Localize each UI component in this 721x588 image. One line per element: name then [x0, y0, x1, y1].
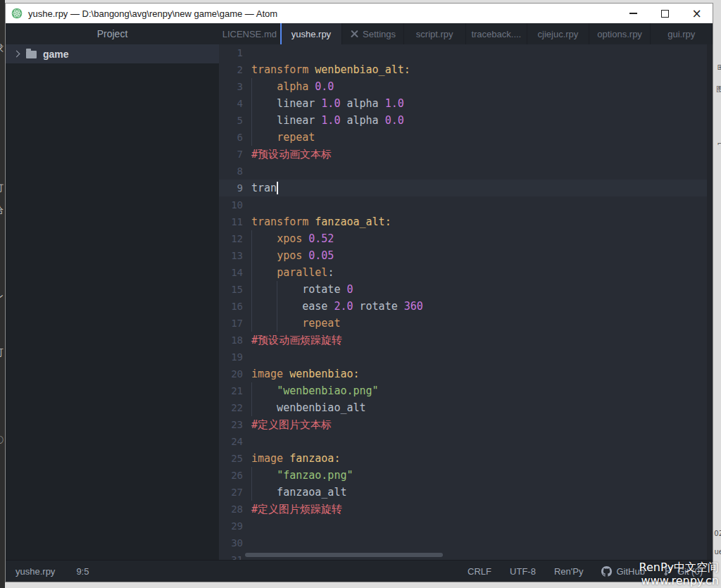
folder-icon — [26, 51, 37, 58]
code-line-10[interactable] — [251, 196, 707, 213]
line-number-24[interactable]: 24 — [219, 433, 251, 450]
background-text-fragment: 02 — [714, 530, 721, 537]
text-cursor — [277, 182, 278, 194]
line-number-19[interactable]: 19 — [219, 349, 251, 365]
line-number-16[interactable]: 16 — [219, 298, 251, 315]
code-line-8[interactable] — [251, 163, 707, 180]
code-token: transform — [251, 63, 308, 76]
tree-item-game[interactable]: game — [6, 44, 219, 63]
indent-guide — [251, 112, 252, 129]
line-number-1[interactable]: 1 — [219, 44, 251, 61]
tab-label: yushe.rpy — [291, 29, 331, 39]
code-line-27[interactable]: fanzaoa_alt — [251, 484, 707, 501]
code-line-5[interactable]: linear 1.0 alpha 0.0 — [251, 112, 707, 129]
line-number-10[interactable]: 10 — [219, 196, 251, 213]
code-line-17[interactable]: repeat — [251, 315, 707, 332]
code-line-22[interactable]: wenbenbiao_alt — [251, 399, 707, 416]
code-token: repeat — [277, 131, 315, 144]
line-number-18[interactable]: 18 — [219, 332, 251, 349]
line-number-7[interactable]: 7 — [219, 146, 251, 163]
code-line-4[interactable]: linear 1.0 alpha 1.0 — [251, 95, 707, 112]
tab-gui-rpy[interactable]: gui.rpy — [651, 23, 713, 44]
code-line-18[interactable]: #预设动画烦躁旋转 — [251, 332, 707, 349]
line-number-13[interactable]: 13 — [219, 247, 251, 264]
code-token: 0.05 — [308, 249, 334, 262]
tab-traceback[interactable]: traceback.... — [466, 23, 528, 44]
code-line-26[interactable]: "fanzao.png" — [251, 467, 707, 484]
maximize-button[interactable] — [649, 4, 681, 23]
code-token — [251, 384, 277, 397]
background-text-fragment: 打 — [0, 182, 4, 194]
code-line-29[interactable] — [251, 518, 707, 534]
horizontal-scrollbar-thumb[interactable] — [245, 553, 443, 557]
code-line-6[interactable]: repeat — [251, 129, 707, 146]
line-number-30[interactable]: 30 — [219, 534, 251, 551]
line-number-20[interactable]: 20 — [219, 365, 251, 382]
status-cursor-position[interactable]: 9:5 — [76, 566, 89, 577]
code-line-12[interactable]: xpos 0.52 — [251, 230, 707, 247]
code-line-3[interactable]: alpha 0.0 — [251, 78, 707, 95]
line-number-28[interactable]: 28 — [219, 501, 251, 518]
line-number-23[interactable]: 23 — [219, 416, 251, 433]
minimize-button[interactable] — [617, 4, 649, 23]
code-line-23[interactable]: #定义图片文本标 — [251, 416, 707, 433]
close-icon: × — [691, 8, 701, 20]
tab-settings[interactable]: Settings — [342, 23, 404, 44]
line-number-21[interactable]: 21 — [219, 382, 251, 399]
line-number-14[interactable]: 14 — [219, 264, 251, 281]
line-number-27[interactable]: 27 — [219, 484, 251, 501]
code-token: 1.0 — [385, 97, 404, 110]
line-number-9[interactable]: 9 — [219, 180, 251, 196]
code-line-25[interactable]: image fanzaoa: — [251, 450, 707, 467]
tab-license-md[interactable]: LICENSE.md — [219, 23, 281, 44]
line-number-8[interactable]: 8 — [219, 163, 251, 180]
status-ren-py[interactable]: Ren'Py — [554, 566, 584, 577]
tab-script-rpy[interactable]: script.rpy — [404, 23, 466, 44]
indent-guide — [251, 281, 252, 298]
line-number-6[interactable]: 6 — [219, 129, 251, 146]
code-line-13[interactable]: ypos 0.05 — [251, 247, 707, 264]
code-line-11[interactable]: transform fanzaoa_alt: — [251, 213, 707, 230]
line-number-11[interactable]: 11 — [219, 213, 251, 230]
code-token: image — [251, 452, 283, 465]
code-line-1[interactable] — [251, 44, 707, 61]
line-number-3[interactable]: 3 — [219, 78, 251, 95]
line-number-17[interactable]: 17 — [219, 315, 251, 332]
status-crlf[interactable]: CRLF — [468, 566, 491, 577]
line-number-26[interactable]: 26 — [219, 467, 251, 484]
line-number-25[interactable]: 25 — [219, 450, 251, 467]
code-line-7[interactable]: #预设动画文本标 — [251, 146, 707, 163]
indent-guide — [251, 264, 252, 281]
background-text-fragment: 图 — [716, 85, 721, 94]
close-button[interactable]: × — [681, 4, 713, 23]
code-line-15[interactable]: rotate 0 — [251, 281, 707, 298]
tab-yushe-rpy[interactable]: yushe.rpy — [281, 23, 343, 44]
line-number-5[interactable]: 5 — [219, 112, 251, 129]
code-token: 360 — [404, 300, 423, 313]
tab-options-rpy[interactable]: options.rpy — [589, 23, 651, 44]
code-token: fanzaoa_alt: — [315, 215, 391, 228]
code-line-19[interactable] — [251, 349, 707, 365]
line-number-4[interactable]: 4 — [219, 95, 251, 112]
code-editor[interactable]: 1234567891011121314151617181920212223242… — [219, 44, 713, 561]
code-line-21[interactable]: "wenbenbiao.png" — [251, 382, 707, 399]
code-line-2[interactable]: transform wenbenbiao_alt: — [251, 61, 707, 78]
line-number-12[interactable]: 12 — [219, 230, 251, 247]
code-line-30[interactable] — [251, 534, 707, 551]
code-line-9[interactable]: tran — [251, 180, 707, 196]
line-number-15[interactable]: 15 — [219, 281, 251, 298]
status-utf-8[interactable]: UTF-8 — [510, 566, 536, 577]
code-line-14[interactable]: parallel: — [251, 264, 707, 281]
line-number-22[interactable]: 22 — [219, 399, 251, 416]
code-token: alpha — [277, 80, 308, 93]
code-line-24[interactable] — [251, 433, 707, 450]
code-token: wenbenbiao_alt — [251, 401, 366, 414]
line-number-2[interactable]: 2 — [219, 61, 251, 78]
code-line-20[interactable]: image wenbenbiao: — [251, 365, 707, 382]
tab-cjiejuc-rpy[interactable]: cjiejuc.rpy — [527, 23, 589, 44]
line-number-29[interactable]: 29 — [219, 518, 251, 534]
code-line-16[interactable]: ease 2.0 rotate 360 — [251, 298, 707, 315]
vertical-scrollbar[interactable] — [707, 44, 713, 561]
background-text-fragment: 求 — [0, 42, 4, 55]
code-line-28[interactable]: #定义图片烦躁旋转 — [251, 501, 707, 518]
